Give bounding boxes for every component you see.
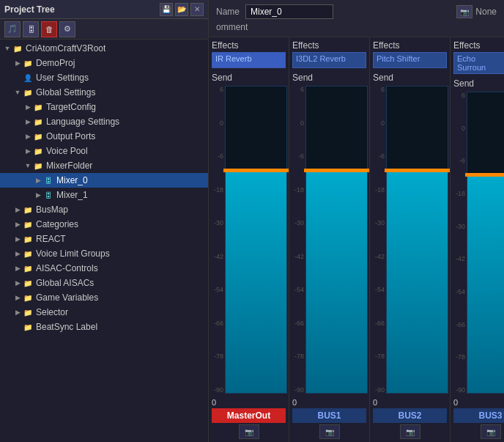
settings-btn[interactable]: ⚙ bbox=[59, 21, 75, 37]
channel-label-masterout: MasterOut bbox=[212, 408, 286, 423]
fader-track-masterout[interactable] bbox=[225, 86, 287, 394]
tree-arrow-categories: ▶ bbox=[13, 220, 22, 229]
channel-label-bus1: BUS1 bbox=[292, 408, 366, 423]
tree-item-globalaisacs[interactable]: ▶📁Global AISACs bbox=[0, 276, 208, 290]
channel-value-bus3: 0 bbox=[453, 398, 504, 407]
tree-arrow-mixerfolder: ▼ bbox=[23, 161, 32, 170]
delete-btn[interactable]: 🗑 bbox=[41, 21, 57, 37]
folder-icon-react: 📁 bbox=[22, 234, 34, 244]
tree-item-beatsynclabel[interactable]: 📁BeatSync Label bbox=[0, 320, 208, 334]
fader-handle-bus3[interactable] bbox=[465, 173, 504, 177]
tree-label-root: CriAtomCraftV3Root bbox=[26, 43, 105, 54]
tree-arrow-globalsettings: ▼ bbox=[13, 88, 22, 97]
fader-track-bus2[interactable] bbox=[386, 86, 448, 394]
tree-item-voicelimitgroups[interactable]: ▶📁Voice Limit Groups bbox=[0, 246, 208, 261]
project-tree-title: Project Tree bbox=[4, 4, 55, 15]
channel-value-masterout: 0 bbox=[212, 398, 286, 407]
tree-toolbar: 🎵 🎛 🗑 ⚙ bbox=[0, 19, 208, 40]
effects-label-bus2: Effects bbox=[373, 40, 447, 51]
channel-bottom-bus3: 0BUS3📷 bbox=[451, 397, 504, 442]
tree-item-languagesettings[interactable]: ▶📁Language Settings bbox=[0, 114, 208, 129]
scale-bus1: 60-6-18-30-42-54-66-78-90 bbox=[291, 86, 305, 394]
mixer-panel: Name 📷 None omment EffectsIR ReverbSend6… bbox=[209, 0, 504, 442]
tree-item-root[interactable]: ▼📁CriAtomCraftV3Root bbox=[0, 41, 208, 56]
tree-arrow-languagesettings: ▶ bbox=[23, 117, 32, 126]
fader-track-bus3[interactable] bbox=[467, 92, 504, 394]
tree-arrow-gamevariables: ▶ bbox=[13, 293, 22, 302]
cam-btn-masterout[interactable]: 📷 bbox=[239, 424, 259, 439]
mixer-icon-mixer1: 🎛 bbox=[42, 190, 54, 200]
comment-row: omment bbox=[216, 22, 497, 32]
folder-icon-voicelimitgroups: 📁 bbox=[22, 248, 34, 259]
tree-label-selector: Selector bbox=[36, 307, 68, 317]
tree-header-icons: 💾 📂 ✕ bbox=[160, 3, 204, 16]
channel-bus1: EffectsI3DL2 ReverbSend60-6-18-30-42-54-… bbox=[289, 37, 370, 442]
tree-label-targetconfig: TargetConfig bbox=[46, 102, 96, 112]
send-label-bus2: Send bbox=[370, 70, 450, 86]
tree-item-mixer1[interactable]: ▶🎛Mixer_1 bbox=[0, 188, 208, 202]
close-icon[interactable]: ✕ bbox=[190, 3, 204, 16]
folder-icon-demoproj: 📁 bbox=[22, 58, 34, 68]
tree-item-categories[interactable]: ▶📁Categories bbox=[0, 217, 208, 232]
fader-track-bus1[interactable] bbox=[305, 86, 368, 394]
channel-masterout: EffectsIR ReverbSend60-6-18-30-42-54-66-… bbox=[209, 37, 289, 442]
tree-label-usersettings: User Settings bbox=[36, 73, 89, 83]
tree-item-demoproj[interactable]: ▶📁DemoProj bbox=[0, 56, 208, 70]
send-label-masterout: Send bbox=[209, 70, 289, 86]
fader-area-bus2: 60-6-18-30-42-54-66-78-90 bbox=[370, 86, 450, 397]
channel-bus2: EffectsPitch ShifterSend60-6-18-30-42-54… bbox=[370, 37, 451, 442]
effects-box-masterout[interactable]: IR Reverb bbox=[212, 52, 286, 68]
tree-arrow-root: ▼ bbox=[3, 44, 12, 53]
effects-box-bus1[interactable]: I3DL2 Reverb bbox=[292, 52, 366, 68]
tree-item-outputports[interactable]: ▶📁Output Ports bbox=[0, 129, 208, 144]
tree-item-mixer0[interactable]: ▶🎛Mixer_0 bbox=[0, 173, 208, 188]
folder-icon-gamevariables: 📁 bbox=[22, 292, 34, 303]
tree-btn-2[interactable]: 🎛 bbox=[23, 21, 39, 37]
tree-arrow-usersettings bbox=[13, 73, 22, 82]
fader-handle-bus2[interactable] bbox=[385, 169, 450, 172]
tree-btn-1[interactable]: 🎵 bbox=[4, 21, 21, 37]
effects-label-bus3: Effects bbox=[453, 40, 504, 51]
effects-box-bus3[interactable]: EchoSurroun bbox=[453, 52, 504, 74]
mixer-name-input[interactable] bbox=[245, 4, 333, 19]
fader-handle-bus1[interactable] bbox=[304, 169, 369, 172]
folder-icon-mixerfolder: 📁 bbox=[32, 161, 44, 171]
send-label-bus3: Send bbox=[451, 75, 504, 92]
tree-item-mixerfolder[interactable]: ▼📁MixerFolder bbox=[0, 158, 208, 173]
cam-btn-bus2[interactable]: 📷 bbox=[400, 424, 420, 439]
folder-icon-globalsettings: 📁 bbox=[22, 87, 34, 97]
tree-item-gamevariables[interactable]: ▶📁Game Variables bbox=[0, 290, 208, 305]
folder-icon-aisaccontrols: 📁 bbox=[22, 263, 34, 273]
folder-icon-selector: 📁 bbox=[22, 307, 34, 317]
folder-open-icon[interactable]: 📂 bbox=[175, 3, 188, 16]
tree-item-react[interactable]: ▶📁REACT bbox=[0, 232, 208, 246]
tree-item-usersettings[interactable]: 👤User Settings bbox=[0, 70, 208, 85]
channel-label-bus3: BUS3 bbox=[453, 408, 504, 423]
effects-box-bus2[interactable]: Pitch Shifter bbox=[373, 52, 447, 68]
tree-label-voicepool: Voice Pool bbox=[46, 146, 88, 156]
mixer-header-row1: Name 📷 None bbox=[216, 4, 497, 19]
tree-arrow-selector: ▶ bbox=[13, 308, 22, 317]
cam-btn-bus1[interactable]: 📷 bbox=[319, 424, 340, 439]
tree-arrow-aisaccontrols: ▶ bbox=[13, 264, 22, 273]
tree-arrow-voicepool: ▶ bbox=[23, 147, 32, 155]
none-label: None bbox=[475, 7, 497, 17]
tree-item-targetconfig[interactable]: ▶📁TargetConfig bbox=[0, 100, 208, 114]
tree-arrow-targetconfig: ▶ bbox=[23, 103, 32, 111]
tree-item-voicepool[interactable]: ▶📁Voice Pool bbox=[0, 144, 208, 158]
save-icon[interactable]: 💾 bbox=[160, 3, 173, 16]
scale-bus3: 60-6-18-30-42-54-66-78-90 bbox=[452, 92, 467, 394]
tree-item-selector[interactable]: ▶📁Selector bbox=[0, 305, 208, 320]
tree-item-busmap[interactable]: ▶📁BusMap bbox=[0, 202, 208, 217]
fader-handle-masterout[interactable] bbox=[223, 169, 289, 172]
folder-icon-targetconfig: 📁 bbox=[32, 102, 44, 112]
folder-icon-busmap: 📁 bbox=[22, 205, 34, 215]
tree-item-aisaccontrols[interactable]: ▶📁AISAC-Controls bbox=[0, 261, 208, 276]
tree-label-globalsettings: Global Settings bbox=[36, 87, 95, 97]
channel-value-bus1: 0 bbox=[292, 398, 366, 407]
folder-icon-beatsynclabel: 📁 bbox=[22, 322, 34, 332]
tree-item-globalsettings[interactable]: ▼📁Global Settings bbox=[0, 85, 208, 100]
channel-label-bus2: BUS2 bbox=[373, 408, 447, 423]
cam-btn-bus3[interactable]: 📷 bbox=[481, 424, 501, 439]
none-button[interactable]: 📷 None bbox=[456, 5, 497, 18]
